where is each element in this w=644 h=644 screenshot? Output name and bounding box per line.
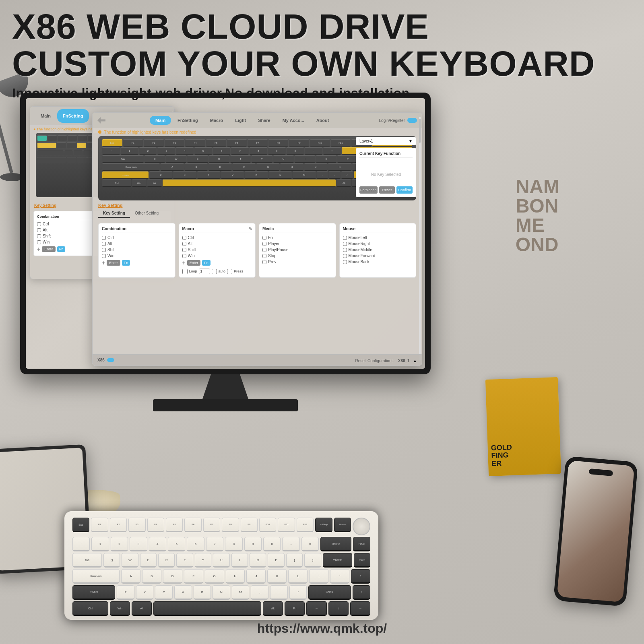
- phys-4[interactable]: 4: [149, 537, 166, 551]
- phys-space[interactable]: [153, 601, 261, 616]
- phys-pgdn[interactable]: PgDn: [354, 553, 370, 568]
- kbd-8[interactable]: 8: [250, 147, 267, 155]
- macro-win-checkbox[interactable]: [182, 254, 186, 258]
- kbd-space[interactable]: [163, 180, 336, 187]
- kbd-f8[interactable]: F8: [268, 139, 289, 147]
- phys-x[interactable]: X: [136, 585, 154, 600]
- phys-f12[interactable]: F12: [297, 518, 314, 532]
- phys-delete[interactable]: Delete: [320, 537, 351, 551]
- tab-fnsetting[interactable]: FnSetting: [172, 116, 204, 125]
- phys-r[interactable]: R: [158, 553, 175, 568]
- phys-enter[interactable]: ↵Enter: [323, 553, 352, 568]
- mouse-middle-checkbox[interactable]: [343, 248, 347, 252]
- phys-h[interactable]: H: [226, 569, 245, 584]
- mouse-back[interactable]: MouseBack: [343, 260, 413, 264]
- kbd-x[interactable]: X: [173, 171, 196, 179]
- kbd-c[interactable]: C: [197, 171, 220, 179]
- phys-home[interactable]: Home: [334, 518, 351, 532]
- kbd-minus[interactable]: -: [305, 147, 322, 155]
- phys-f2[interactable]: F2: [110, 518, 127, 532]
- phys-0[interactable]: 0: [263, 537, 281, 551]
- mouse-left-checkbox[interactable]: [343, 236, 347, 240]
- kbd-0[interactable]: 0: [287, 147, 304, 155]
- phys-f5[interactable]: F5: [166, 518, 183, 532]
- media-stop-checkbox[interactable]: [262, 254, 266, 258]
- combo-win[interactable]: Win: [102, 254, 172, 258]
- phys-b[interactable]: B: [194, 585, 211, 600]
- mouse-forward[interactable]: MouseForward: [343, 254, 413, 258]
- phys-backtick[interactable]: `: [72, 537, 90, 551]
- bottom-reset-button[interactable]: Reset: [355, 359, 365, 363]
- phys-lbracket[interactable]: [: [286, 553, 303, 568]
- tab-myaccount[interactable]: My Acco...: [277, 116, 310, 125]
- kbd-f6[interactable]: F6: [227, 139, 247, 147]
- phys-f6[interactable]: F6: [184, 518, 201, 532]
- mouse-right-checkbox[interactable]: [343, 242, 347, 246]
- phys-7[interactable]: 7: [206, 537, 223, 551]
- kbd-f9[interactable]: F9: [289, 139, 309, 147]
- kbd-i[interactable]: I: [295, 155, 315, 163]
- phys-equals[interactable]: =: [301, 537, 319, 551]
- combo-alt[interactable]: Alt: [102, 242, 172, 246]
- phys-left[interactable]: ←: [306, 601, 326, 616]
- kbd-f4[interactable]: F4: [185, 139, 205, 147]
- media-playpause[interactable]: Play/Pause: [262, 248, 332, 252]
- phys-d[interactable]: D: [163, 569, 182, 584]
- phys-z[interactable]: Z: [117, 585, 134, 600]
- setting-tab-other[interactable]: Other Setting: [130, 209, 163, 218]
- macro-edit-icon[interactable]: ✎: [249, 227, 252, 231]
- phys-j[interactable]: J: [246, 569, 266, 584]
- phys-p[interactable]: P: [268, 553, 284, 568]
- kbd-1[interactable]: 1: [121, 147, 138, 155]
- phys-minus[interactable]: -: [282, 537, 299, 551]
- phys-rbracket[interactable]: ]: [304, 553, 321, 568]
- phys-f9[interactable]: F9: [241, 518, 258, 532]
- kbd-s[interactable]: S: [185, 163, 208, 171]
- kbd-q[interactable]: Q: [144, 155, 165, 163]
- kbd-tab[interactable]: Tab: [102, 155, 144, 163]
- phys-n[interactable]: N: [213, 585, 230, 600]
- loop-checkbox[interactable]: [182, 269, 188, 274]
- kbd-ctrl[interactable]: Ctrl: [102, 180, 131, 187]
- reset-key-button[interactable]: Reset: [379, 186, 395, 194]
- mouse-middle[interactable]: MouseMiddle: [343, 248, 413, 252]
- macro-alt-checkbox[interactable]: [182, 242, 186, 246]
- phys-v[interactable]: V: [174, 585, 192, 600]
- kbd-esc[interactable]: Esc: [102, 139, 122, 147]
- kbd-k[interactable]: K: [328, 163, 351, 171]
- macro-win[interactable]: Win: [182, 254, 252, 258]
- back-tab-fnsetting[interactable]: FnSetting: [57, 109, 89, 123]
- kbd-a[interactable]: A: [161, 163, 184, 171]
- kbd-lshift[interactable]: ⇧Shift: [102, 171, 149, 179]
- mouse-back-checkbox[interactable]: [343, 260, 347, 264]
- kbd-p[interactable]: P: [337, 155, 358, 163]
- kbd-backtick[interactable]: `: [102, 147, 120, 155]
- press-checkbox[interactable]: [227, 269, 232, 274]
- macro-shift-checkbox[interactable]: [182, 248, 186, 252]
- kbd-w[interactable]: W: [166, 155, 186, 163]
- phys-a[interactable]: A: [121, 569, 140, 584]
- macro-shift[interactable]: Shift: [182, 248, 252, 252]
- auto-checkbox[interactable]: [212, 269, 217, 274]
- tab-about[interactable]: About: [311, 116, 335, 125]
- phys-semicolon[interactable]: ;: [309, 569, 328, 584]
- phys-quote[interactable]: ': [330, 569, 349, 584]
- confirm-button[interactable]: Confirm: [396, 186, 413, 194]
- phys-bksp[interactable]: ←Bksp: [315, 518, 332, 532]
- forbidden-button[interactable]: Forbidden: [359, 186, 378, 194]
- kbd-6[interactable]: 6: [213, 147, 231, 155]
- phys-c[interactable]: C: [155, 585, 173, 600]
- phys-win[interactable]: Win: [110, 601, 130, 616]
- phys-pgup[interactable]: PgUp: [353, 537, 370, 551]
- mouse-left[interactable]: MouseLeft: [343, 235, 413, 240]
- kbd-3[interactable]: 3: [157, 147, 175, 155]
- kbd-f3[interactable]: F3: [165, 139, 185, 147]
- kbd-alt[interactable]: Alt: [147, 180, 162, 187]
- phys-fn[interactable]: Fn: [285, 601, 305, 616]
- macro-ctrl-checkbox[interactable]: [182, 236, 186, 240]
- kbd-b[interactable]: B: [245, 171, 268, 179]
- phys-capslock[interactable]: Caps Lock: [72, 569, 120, 584]
- phys-esc[interactable]: Esc: [72, 518, 89, 532]
- kbd-f11[interactable]: F11: [331, 139, 351, 147]
- toggle-switch[interactable]: [407, 118, 417, 123]
